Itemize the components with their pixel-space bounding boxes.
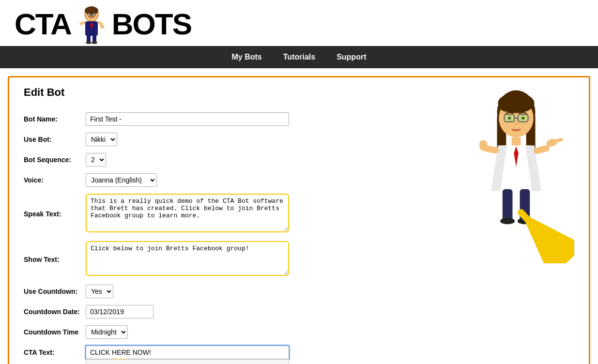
logo-part1: CTA <box>15 9 71 39</box>
use-countdown-field[interactable]: Yes No <box>86 283 293 300</box>
svg-line-52 <box>521 212 565 258</box>
svg-point-40 <box>514 122 518 125</box>
logo-part2: BOTS <box>112 9 191 39</box>
countdown-date-field[interactable] <box>86 303 293 320</box>
bot-sequence-label: Bot Sequence: <box>24 151 86 168</box>
countdown-time-label: Countdown Time <box>24 323 86 341</box>
autocomplete-item-1[interactable]: CLICK HERE NOW!! <box>86 360 289 364</box>
arrow-icon <box>511 205 574 263</box>
voice-select[interactable]: Joanna (English) Matthew (English) Amy (… <box>86 173 157 187</box>
bot-sequence-field[interactable]: 1 2 3 4 <box>86 151 293 168</box>
countdown-date-row: Countdown Date: <box>24 303 293 320</box>
use-bot-select[interactable]: Nikki Bot1 Bot2 <box>86 133 117 146</box>
countdown-time-field[interactable]: Midnight Noon 6am 6pm <box>86 323 293 341</box>
show-text-textarea[interactable]: Click below to join Bretts Facebook grou… <box>86 241 289 276</box>
show-text-label: Show Text: <box>24 239 86 280</box>
bot-sequence-row: Bot Sequence: 1 2 3 4 <box>24 151 293 168</box>
countdown-time-select[interactable]: Midnight Noon 6am 6pm <box>86 325 128 339</box>
speak-text-textarea[interactable]: This is a really quick demo of the CTA B… <box>86 194 289 232</box>
svg-rect-44 <box>533 144 551 154</box>
use-bot-field[interactable]: Nikki Bot1 Bot2 <box>86 131 293 148</box>
svg-point-6 <box>93 15 94 15</box>
nav-support[interactable]: Support <box>326 47 377 67</box>
use-countdown-row: Use Countdown: Yes No <box>24 283 293 300</box>
use-countdown-select[interactable]: Yes No <box>86 285 113 298</box>
svg-rect-9 <box>79 21 85 26</box>
voice-field[interactable]: Joanna (English) Matthew (English) Amy (… <box>86 171 293 189</box>
countdown-time-row: Countdown Time Midnight Noon 6am 6pm <box>24 323 293 341</box>
use-countdown-label: Use Countdown: <box>24 283 86 300</box>
nav-mybots[interactable]: My Bots <box>221 47 273 67</box>
logo-area: CTA BOTS <box>0 0 598 46</box>
edit-bot-form: Bot Name: Use Bot: Nikki Bot1 Bot2 Bot S… <box>24 107 293 364</box>
cta-text-label: CTA Text: <box>24 344 86 361</box>
navbar: My Bots Tutorials Support <box>0 46 598 68</box>
speak-text-row: Speak Text: This is a really quick demo … <box>24 192 293 236</box>
show-text-row: Show Text: Click below to join Bretts Fa… <box>24 239 293 280</box>
bot-sequence-select[interactable]: 1 2 3 4 <box>86 153 106 167</box>
svg-point-38 <box>509 118 510 119</box>
svg-point-29 <box>499 99 515 111</box>
bot-name-label: Bot Name: <box>24 110 86 128</box>
show-text-field[interactable]: Click below to join Bretts Facebook grou… <box>86 239 293 280</box>
svg-point-30 <box>519 102 530 111</box>
use-bot-label: Use Bot: <box>24 131 86 148</box>
main-content: Edit Bot Bot Name: Use Bot: Nikki Bot1 B… <box>8 76 590 364</box>
voice-label: Voice: <box>24 171 86 189</box>
cta-autocomplete-dropdown[interactable]: CLICK HERE NOW!! <box>86 359 289 364</box>
voice-row: Voice: Joanna (English) Matthew (English… <box>24 171 293 189</box>
countdown-date-label: Countdown Date: <box>24 303 86 320</box>
svg-point-39 <box>523 118 524 119</box>
cta-text-wrapper: CLICK HERE NOW!! <box>86 346 289 359</box>
bot-name-row: Bot Name: <box>24 110 293 128</box>
svg-rect-46 <box>555 137 564 143</box>
nav-tutorials[interactable]: Tutorials <box>273 47 326 67</box>
bot-name-field[interactable] <box>86 110 293 128</box>
speak-text-field[interactable]: This is a really quick demo of the CTA B… <box>86 192 293 236</box>
logo-character-icon <box>72 6 111 45</box>
svg-point-5 <box>89 15 90 15</box>
speak-text-label: Speak Text: <box>24 192 86 236</box>
cta-text-field[interactable]: CLICK HERE NOW!! <box>86 344 293 361</box>
svg-point-14 <box>86 41 92 44</box>
svg-point-2 <box>85 6 98 15</box>
svg-rect-43 <box>480 141 484 148</box>
use-bot-row: Use Bot: Nikki Bot1 Bot2 <box>24 131 293 148</box>
bot-illustration <box>463 87 569 244</box>
countdown-date-input[interactable] <box>86 305 153 318</box>
bot-name-input[interactable] <box>86 112 289 126</box>
cta-text-row: CTA Text: CLICK HERE NOW!! <box>24 344 293 361</box>
svg-point-15 <box>92 41 97 44</box>
cta-text-input[interactable] <box>86 346 289 359</box>
